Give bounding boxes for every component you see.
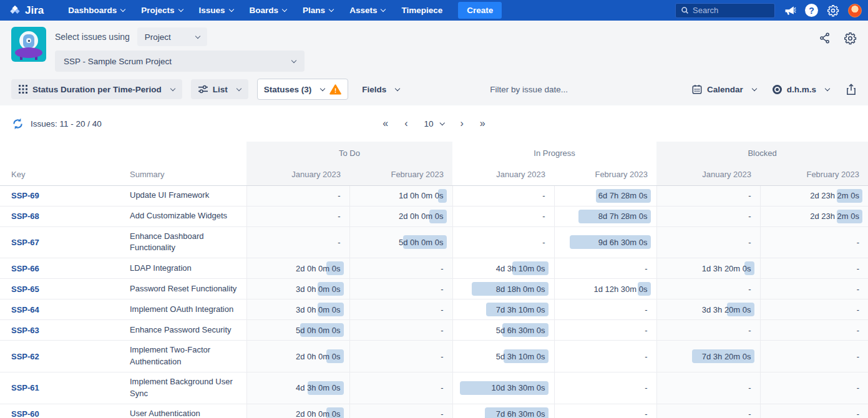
top-navigation: Jira Dashboards Projects Issues Boards P… [0,0,868,21]
duration-cell: - [246,185,349,206]
next-page-button[interactable]: › [461,118,464,129]
duration-cell: 7d 6h 30m 0s [452,404,554,418]
view-mode-dropdown[interactable]: List [191,79,248,99]
admin-gear-icon[interactable] [827,4,839,17]
issue-key-link[interactable]: SSP-67 [11,238,39,247]
period-dropdown[interactable]: Calendar [692,84,756,94]
announcements-icon[interactable] [784,4,796,17]
project-dropdown[interactable]: SSP - Sample Scrum Project [55,51,305,72]
issue-key-link[interactable]: SSP-61 [11,383,39,392]
duration-value: - [441,326,443,335]
create-button[interactable]: Create [458,2,502,19]
duration-cell: 8d 18h 0m 0s [452,279,554,299]
nav-item-timepiece[interactable]: Timepiece [401,6,442,15]
duration-cell: 2d 0h 0m 0s [349,206,452,226]
issue-key-cell: SSP-60 [0,404,119,418]
duration-cell: - [349,320,452,341]
duration-cell: 5d 3h 10m 0s [452,341,554,372]
issue-summary: Implement Background User Sync [119,372,246,404]
duration-cell: - [349,404,452,418]
table-row: SSP-63Enhance Password Security5d 0h 0m … [0,320,868,341]
column-header-key: Key [0,164,119,185]
duration-cell: - [760,404,868,418]
duration-cell: - [554,404,656,418]
statuses-dropdown[interactable]: Statuses (3) [257,79,349,100]
issue-key-link[interactable]: SSP-64 [11,305,39,314]
table-row: SSP-66LDAP Integration2d 0h 0m 0s-4d 3h … [0,258,868,279]
duration-value: 2d 0h 0m 0s [296,409,341,418]
duration-cell: 2d 23h 2m 0s [760,185,868,206]
nav-item-projects[interactable]: Projects [141,6,182,15]
issue-key-link[interactable]: SSP-62 [11,352,39,361]
duration-value: - [748,238,751,247]
nav-item-boards[interactable]: Boards [250,6,287,15]
issue-summary: Implement Two-Factor Authentication [119,341,246,372]
duration-cell: - [656,206,760,226]
issue-key-link[interactable]: SSP-60 [11,409,39,418]
duration-cell: 3d 0h 0m 0s [246,279,349,299]
user-avatar[interactable] [848,4,862,17]
nav-item-plans[interactable]: Plans [303,6,333,15]
duration-cell: - [349,279,452,299]
export-icon[interactable] [846,84,857,95]
duration-value: - [857,284,859,294]
report-content: Issues: 11 - 20 / 40 « ‹ 10 › » To Do In… [0,105,868,418]
table-row: SSP-60User Authentication2d 0h 0m 0s-7d … [0,404,868,418]
chevron-down-icon [395,85,400,90]
duration-format-dropdown[interactable]: d.h.m.s [773,85,829,94]
duration-cell: - [760,279,868,299]
nav-item-issues[interactable]: Issues [199,6,233,15]
issue-key-link[interactable]: SSP-63 [11,326,39,335]
report-type-dropdown[interactable]: Status Duration per Time-Period [11,79,182,99]
issue-summary: User Authentication [119,404,246,418]
group-header-todo: To Do [246,142,452,164]
table-row: SSP-61Implement Background User Sync4d 3… [0,372,868,404]
jira-logo-icon [9,4,21,17]
duration-value: - [645,352,647,361]
first-page-button[interactable]: « [383,118,388,129]
duration-value: - [748,191,751,200]
issue-summary: Implement OAuth Integration [119,299,246,320]
chevron-down-icon [381,7,386,12]
duration-value: - [748,211,751,221]
issue-key-cell: SSP-63 [0,320,119,341]
duration-cell: - [656,320,760,341]
duration-value: - [645,326,647,335]
duration-value: - [748,284,751,294]
help-icon[interactable]: ? [805,4,818,17]
duration-cell: - [246,206,349,226]
jira-logo[interactable]: Jira [9,4,44,17]
duration-value: - [857,409,859,418]
fields-dropdown[interactable]: Fields [362,85,399,94]
issue-date-filter-input[interactable] [490,85,665,94]
issue-key-link[interactable]: SSP-68 [11,211,39,221]
duration-cell: 9d 6h 30m 0s [554,226,656,258]
duration-cell: - [554,258,656,279]
duration-value: - [338,191,340,200]
last-page-button[interactable]: » [480,118,485,129]
issue-key-link[interactable]: SSP-66 [11,264,39,273]
global-search[interactable] [675,3,775,18]
issue-key-link[interactable]: SSP-69 [11,191,39,200]
duration-cell: - [349,341,452,372]
issue-key-cell: SSP-66 [0,258,119,279]
duration-value: - [338,238,340,247]
duration-value: - [748,409,751,418]
refresh-icon[interactable] [11,117,24,130]
search-input[interactable] [693,6,768,15]
settings-gear-icon[interactable] [844,32,857,45]
duration-cell: - [760,372,868,404]
duration-value: 2d 0h 0m 0s [296,264,341,273]
nav-item-assets[interactable]: Assets [349,6,385,15]
duration-cell: - [760,226,868,258]
chevron-down-icon [329,7,334,12]
issue-source-dropdown[interactable]: Project [137,27,207,46]
page-size-dropdown[interactable]: 10 [424,119,444,129]
nav-item-dashboards[interactable]: Dashboards [68,6,125,15]
share-icon[interactable] [819,32,831,44]
report-header: Select issues using Project SSP - Sample… [0,21,868,105]
prev-page-button[interactable]: ‹ [404,118,407,129]
duration-cell: 1d 0h 0m 0s [349,185,452,206]
duration-value: - [441,264,443,273]
issue-key-link[interactable]: SSP-65 [11,284,39,294]
